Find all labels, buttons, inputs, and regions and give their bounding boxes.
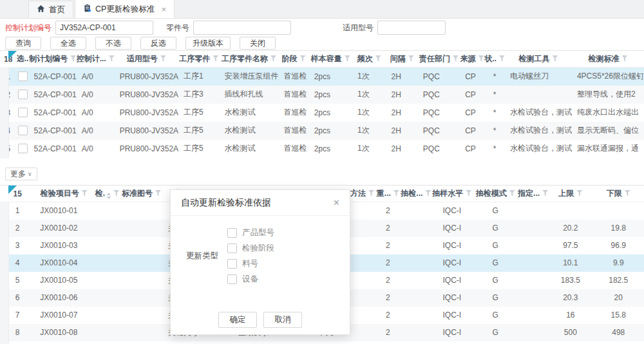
column-header[interactable]: 制计划编号 <box>29 51 77 68</box>
filter-icon[interactable] <box>621 55 627 62</box>
column-header[interactable]: 上限 <box>548 186 592 202</box>
filter-icon[interactable] <box>408 55 414 62</box>
table-cell: 1次 <box>352 68 386 86</box>
control-plan-no-input[interactable] <box>55 21 153 35</box>
table-cell: CP <box>460 68 484 86</box>
filter-icon[interactable] <box>155 190 161 196</box>
filter-icon[interactable] <box>499 55 505 62</box>
sort-icon[interactable] <box>107 193 111 199</box>
column-header[interactable]: 来源 <box>460 51 484 68</box>
option-checkbox[interactable] <box>227 228 237 238</box>
row-checkbox[interactable] <box>18 126 28 135</box>
column-header[interactable]: 标准图号 <box>122 186 161 202</box>
table-cell: 498 <box>593 324 644 341</box>
column-header[interactable]: 样本容量 <box>309 51 352 68</box>
select-all-button[interactable]: 全选 <box>50 37 86 50</box>
upgrade-version-button[interactable]: 升级版本 <box>185 37 231 50</box>
column-header[interactable]: 工序零件名称 <box>219 51 278 68</box>
table-cell: 2H <box>386 140 418 158</box>
column-header[interactable]: 责任部门 <box>418 51 460 68</box>
option-checkbox[interactable] <box>227 244 237 253</box>
tab-close-icon[interactable]: × <box>161 5 166 14</box>
table-cell: 首巡检 <box>278 86 308 104</box>
row-number: 1 <box>0 202 35 220</box>
table-cell: 1次 <box>352 86 386 104</box>
dialog-close-icon[interactable]: × <box>334 198 339 208</box>
column-header[interactable]: 抽检模式 <box>473 186 518 202</box>
close-button[interactable]: 关闭 <box>240 37 276 50</box>
column-header[interactable]: 检. <box>93 186 122 202</box>
column-header[interactable]: 间隔 <box>386 51 418 68</box>
column-header[interactable]: 检验项目号 <box>35 186 93 202</box>
column-header[interactable]: 下限 <box>593 186 644 202</box>
table-cell: 1次 <box>352 104 386 122</box>
column-header[interactable]: 检测工具 <box>505 51 572 68</box>
cancel-button[interactable]: 取消 <box>263 312 302 328</box>
filter-icon[interactable] <box>453 55 459 62</box>
select-none-button[interactable]: 不选 <box>95 37 131 50</box>
column-header[interactable]: 重... <box>375 186 401 202</box>
column-header[interactable]: 适用型号 <box>115 51 178 68</box>
filter-icon[interactable] <box>270 55 276 62</box>
table-cell <box>401 324 431 341</box>
table-row[interactable]: 352A-CP-001A/0PRU800-JV352A工序5水检测试首巡检2pc… <box>0 104 644 122</box>
table-cell <box>122 324 161 341</box>
table-cell <box>518 324 548 341</box>
row-checkbox[interactable] <box>18 90 28 99</box>
filter-icon[interactable] <box>368 190 374 196</box>
table-row[interactable]: 252A-CP-001A/0PRU800-JV352A工序3插线和扎线首巡检2p… <box>0 86 644 104</box>
more-button[interactable]: 更多 ∨ <box>5 167 37 180</box>
invert-select-button[interactable]: 反选 <box>140 37 176 50</box>
query-button[interactable]: 查询 <box>5 37 41 50</box>
filter-icon[interactable] <box>393 190 399 196</box>
tab-cp-update-standard[interactable]: CP更新检验标准 × <box>75 0 175 18</box>
filter-icon[interactable] <box>478 55 484 62</box>
filter-icon[interactable] <box>160 55 166 62</box>
filter-icon[interactable] <box>213 55 218 62</box>
filter-icon[interactable] <box>70 55 76 62</box>
table-cell: A/0 <box>77 104 115 122</box>
filter-icon[interactable] <box>425 190 431 196</box>
column-header[interactable]: 工序零件 <box>178 51 219 68</box>
column-header[interactable]: 状.. <box>484 51 505 68</box>
column-header[interactable]: 频次 <box>352 51 386 68</box>
table-row[interactable]: 452A-CP-001A/0PRU800-JV352A工序5水检测试首巡检2pc… <box>0 122 644 140</box>
option-checkbox[interactable] <box>227 259 237 269</box>
filter-icon[interactable] <box>375 55 381 62</box>
filter-icon[interactable] <box>466 190 471 196</box>
row-number: 1 <box>0 68 17 86</box>
table-row[interactable]: 152A-CP-001A/0PRU800-JV352A工序1安装增压泵组件首巡检… <box>0 68 644 86</box>
table-row[interactable]: 552A-CP-001A/0PRU800-JV352A工序5水检测试首巡检2pc… <box>0 140 644 158</box>
table-cell: 2 <box>375 220 401 237</box>
filter-icon[interactable] <box>552 55 558 62</box>
table-cell: PQC <box>418 104 460 122</box>
model-input[interactable] <box>377 21 446 35</box>
column-header[interactable]: 指定... <box>518 186 548 202</box>
row-checkbox[interactable] <box>18 72 28 81</box>
grid-corner-marker <box>8 186 17 194</box>
part-no-input[interactable] <box>193 21 291 35</box>
column-header[interactable]: 方法 <box>349 186 375 202</box>
filter-icon[interactable] <box>345 55 350 62</box>
tab-home[interactable]: 首页 <box>28 1 73 18</box>
column-header[interactable]: 控制计... <box>77 51 115 68</box>
column-header[interactable]: 抽检... <box>401 186 431 202</box>
filter-icon[interactable] <box>113 190 119 196</box>
filter-icon[interactable] <box>625 190 630 196</box>
filter-icon[interactable] <box>542 190 548 196</box>
row-checkbox[interactable] <box>18 108 28 117</box>
column-header[interactable]: 阶段 <box>278 51 308 68</box>
filter-icon[interactable] <box>576 190 582 196</box>
filter-icon[interactable] <box>109 55 115 62</box>
row-checkbox[interactable] <box>18 144 28 153</box>
row-number: 5 <box>0 272 35 289</box>
column-header[interactable]: 抽样水平 <box>431 186 473 202</box>
filter-icon[interactable] <box>82 190 88 196</box>
row-checkbox-cell <box>17 104 29 122</box>
ok-button[interactable]: 确定 <box>218 312 257 328</box>
option-checkbox[interactable] <box>227 274 237 284</box>
dialog-header: 自动更新检验标准依据 × <box>171 190 350 216</box>
filter-icon[interactable] <box>300 55 306 62</box>
column-header[interactable]: 检测标准 <box>572 51 644 68</box>
filter-icon[interactable] <box>509 190 515 196</box>
